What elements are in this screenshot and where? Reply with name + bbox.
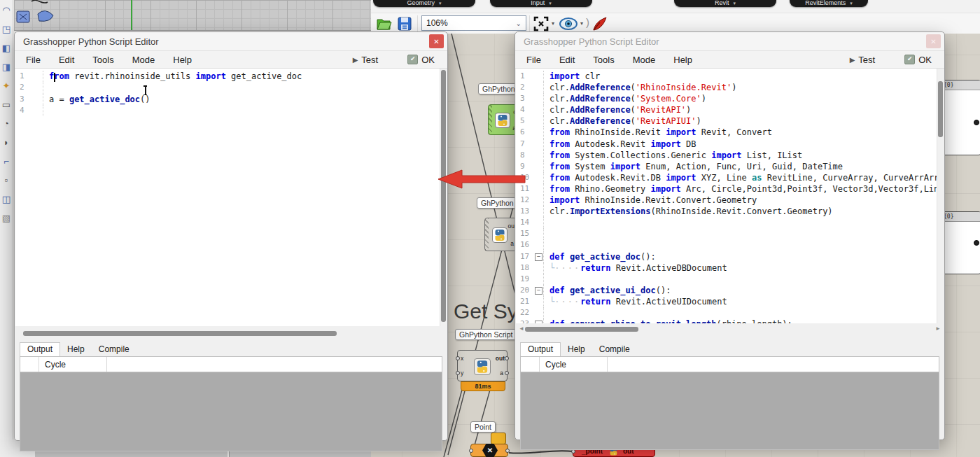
vertical-scrollbar[interactable] <box>937 69 944 323</box>
panel-tab[interactable]: Help <box>561 343 592 356</box>
rhino-tool-icon[interactable]: ▧ <box>2 209 10 228</box>
code-text: from Rhino.Geometry import Arc, Circle,P… <box>543 183 937 195</box>
scrollbar-thumb[interactable] <box>938 81 943 137</box>
scroll-right-icon[interactable]: ► <box>935 325 941 332</box>
code-line: 2clr.AddReference('RhinoInside.Revit') <box>516 82 937 93</box>
ghpython-component-gray[interactable]: ou a <box>484 218 517 251</box>
code-line: 23−def convert_rhino_to_revit_length(rhi… <box>516 318 937 323</box>
menu-item[interactable]: File <box>26 55 41 65</box>
input-grip[interactable] <box>469 449 473 453</box>
titlebar[interactable]: Grasshopper Python Script Editor ✕ <box>515 32 944 51</box>
error-point-component[interactable]: ✕ <box>470 444 508 457</box>
zoom-level-combobox[interactable]: 106% ⌄ <box>421 15 526 31</box>
scrollbar-thumb[interactable] <box>525 327 638 332</box>
rhino-floating-toolbar-icons[interactable] <box>14 0 77 30</box>
rhino-tool-icon[interactable]: ◔ <box>4 115 9 134</box>
output-grip[interactable] <box>505 371 509 375</box>
rhino-tool-icon[interactable]: ◗ <box>4 134 9 153</box>
fold-marker[interactable]: − <box>534 285 543 296</box>
rhino-tool-icon[interactable]: ◳ <box>2 20 10 39</box>
test-button[interactable]: ▶ Test <box>850 55 876 65</box>
menu-item[interactable]: Edit <box>59 55 74 65</box>
menu-item[interactable]: File <box>526 55 541 65</box>
horizontal-scrollbar[interactable] <box>22 329 440 338</box>
chevron-down-icon[interactable]: ▾ <box>580 20 583 27</box>
zoom-extents-icon[interactable] <box>533 16 549 31</box>
input-grip[interactable] <box>456 371 460 375</box>
rhino-tool-icon[interactable]: ▫ <box>5 171 8 190</box>
gh-tab-geometry[interactable]: Geometry ▾ <box>373 0 475 7</box>
line-number: 1 <box>516 71 534 82</box>
code-editor[interactable]: 1from revit.rhinoinside_utils import get… <box>15 69 440 326</box>
preview-eye-icon[interactable] <box>559 17 578 31</box>
titlebar[interactable]: Grasshopper Python Script Editor ✕ <box>15 32 447 51</box>
panel-tab[interactable]: Output <box>520 342 561 356</box>
menu-item[interactable]: Tools <box>92 55 113 65</box>
code-text <box>543 274 550 285</box>
line-number: 15 <box>516 228 534 239</box>
red-pen-icon[interactable] <box>592 16 608 31</box>
gh-tab-revit[interactable]: Revit ▾ <box>674 0 776 7</box>
menu-item[interactable]: Mode <box>132 55 155 65</box>
output-grip[interactable] <box>974 120 979 125</box>
gh-tab-revitelements[interactable]: RevitElements ▾ <box>790 0 868 7</box>
code-text <box>543 239 550 251</box>
rhino-tool-icon[interactable]: ✦ <box>3 77 10 96</box>
rhino-tool-icon[interactable]: ◧ <box>2 39 10 58</box>
menu-item[interactable]: Edit <box>559 55 575 65</box>
chevron-down-icon[interactable]: ▾ <box>552 20 554 27</box>
fold-gutter <box>534 127 543 138</box>
scrollbar-thumb[interactable] <box>441 70 446 322</box>
fold-gutter <box>534 183 543 195</box>
scrollbar-thumb[interactable] <box>23 331 337 336</box>
menu-item[interactable]: Help <box>673 55 692 65</box>
gh-tab-input[interactable]: Input ▾ <box>490 0 592 7</box>
menu-item[interactable]: Mode <box>633 55 656 65</box>
rhino-tool-icon[interactable]: ◠ <box>2 1 10 20</box>
fold-gutter <box>534 195 543 206</box>
code-editor[interactable]: 1import clr2clr.AddReference('RhinoInsid… <box>516 69 937 323</box>
close-button[interactable]: ✕ <box>429 34 444 48</box>
vertical-scrollbar[interactable] <box>440 69 447 326</box>
output-grip[interactable] <box>505 449 510 453</box>
rhino-tool-icon[interactable]: ◫ <box>2 190 10 209</box>
menu-item[interactable]: Tools <box>593 55 614 65</box>
point-bubble-icon[interactable] <box>491 433 506 444</box>
fold-gutter <box>534 206 543 217</box>
gh-tab-strip: Geometry ▾ Input ▾ Revit ▾ RevitElements… <box>371 0 980 14</box>
ok-button[interactable]: ✔ OK <box>407 55 435 65</box>
save-icon[interactable] <box>396 15 413 32</box>
open-file-icon[interactable] <box>375 15 392 32</box>
rhino-tool-icon[interactable]: ▭ <box>2 96 10 115</box>
code-line: 11from Rhino.Geometry import Arc, Circle… <box>516 183 937 195</box>
close-button[interactable]: ✕ <box>926 34 941 48</box>
input-grip[interactable] <box>456 356 460 360</box>
ghpython-script-component[interactable]: x y out a <box>457 350 507 381</box>
data-panel[interactable]: {0} <box>941 211 980 274</box>
rhino-tool-icon[interactable]: ⌐ <box>4 153 9 171</box>
panel-tab[interactable]: Output <box>20 342 60 356</box>
code-text: clr.AddReference('RevitAPIUI') <box>543 115 701 127</box>
fold-marker[interactable]: − <box>534 318 543 323</box>
test-button[interactable]: ▶ Test <box>353 55 379 65</box>
scroll-left-icon[interactable]: ◄ <box>519 325 524 332</box>
fold-gutter <box>534 161 543 172</box>
panel-tab[interactable]: Compile <box>592 343 637 356</box>
code-text: def get_active_ui_doc(): <box>543 285 671 296</box>
mouse-ibeam-cursor <box>143 85 148 95</box>
rhino-tool-icon[interactable]: ◨ <box>2 58 10 77</box>
line-number: 18 <box>516 262 534 274</box>
panel-tab[interactable]: Compile <box>92 343 136 356</box>
fold-gutter <box>34 94 43 105</box>
check-icon: ✔ <box>904 55 915 64</box>
data-panel[interactable]: {0} <box>941 80 980 155</box>
code-text: import RhinoInside.Revit.Convert.Geometr… <box>543 195 757 206</box>
ok-button[interactable]: ✔ OK <box>904 55 932 65</box>
line-number: 14 <box>516 217 534 228</box>
menu-item[interactable]: Help <box>173 55 192 65</box>
fold-marker[interactable]: − <box>534 251 543 262</box>
output-grip[interactable] <box>974 240 979 246</box>
panel-tab[interactable]: Help <box>60 343 92 356</box>
horizontal-scrollbar[interactable]: ◄ ► <box>517 325 943 334</box>
output-grip[interactable] <box>505 356 509 360</box>
